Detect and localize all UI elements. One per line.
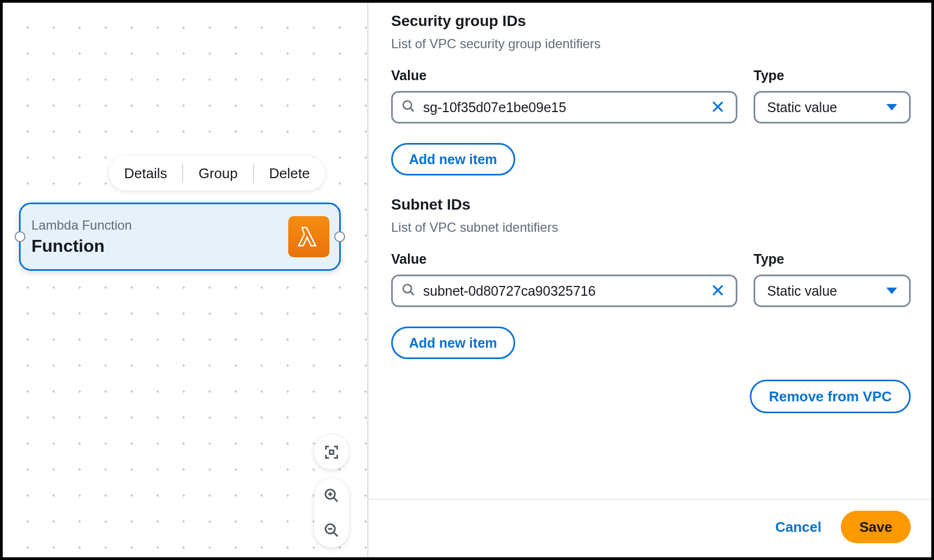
lambda-icon [288,216,329,257]
sg-type-value: Static value [767,100,837,115]
sg-add-item-button[interactable]: Add new item [391,143,515,175]
search-icon [401,283,416,299]
subnet-type-value: Static value [767,283,837,299]
subnet-value-label: Value [391,251,737,267]
footer: Cancel Save [368,499,931,557]
subnet-value-text: subnet-0d80727ca90325716 [423,283,701,299]
node-port-right[interactable] [334,231,345,242]
svg-point-4 [403,284,411,292]
cancel-button[interactable]: Cancel [775,519,821,536]
search-icon [401,99,416,115]
close-icon [711,100,725,115]
node-toolbar: Details Group Delete [109,156,325,191]
node-port-left[interactable] [15,231,25,242]
sg-type-select[interactable]: Static value [754,91,911,123]
group-button[interactable]: Group [196,165,239,182]
subnet-value-input[interactable]: subnet-0d80727ca90325716 [391,275,737,307]
save-button[interactable]: Save [841,511,911,543]
security-group-title: Security group IDs [391,12,911,30]
zoom-out-button[interactable] [314,513,349,548]
subnet-description: List of VPC subnet identifiers [391,220,911,235]
sg-type-label: Type [754,68,911,83]
node-type-label: Lambda Function [31,218,288,233]
subnet-type-label: Type [754,251,911,267]
subnet-section: Subnet IDs List of VPC subnet identifier… [391,196,911,359]
subnet-clear-button[interactable] [709,281,727,301]
toolbar-divider [253,164,254,183]
toolbar-divider [182,164,183,183]
security-group-section: Security group IDs List of VPC security … [391,12,911,175]
zoom-in-button[interactable] [314,478,349,513]
svg-point-3 [403,101,411,109]
chevron-down-icon [886,288,897,294]
sg-clear-button[interactable] [709,97,727,118]
sg-value-text: sg-10f35d07e1be09e15 [423,100,701,115]
details-panel: Security group IDs List of VPC security … [368,3,931,557]
security-group-description: List of VPC security group identifiers [391,36,911,51]
canvas-controls [314,435,349,548]
subnet-type-select[interactable]: Static value [754,275,911,307]
sg-value-input[interactable]: sg-10f35d07e1be09e15 [391,91,737,123]
subnet-title: Subnet IDs [391,196,911,213]
svg-rect-0 [330,451,334,454]
subnet-add-item-button[interactable]: Add new item [391,327,515,359]
canvas-panel[interactable]: Details Group Delete Lambda Function Fun… [3,3,368,557]
fit-to-screen-button[interactable] [314,435,349,470]
remove-from-vpc-button[interactable]: Remove from VPC [750,380,911,413]
delete-button[interactable]: Delete [267,165,312,182]
chevron-down-icon [886,104,897,110]
sg-value-label: Value [391,68,737,83]
zoom-controls [314,478,349,548]
lambda-function-node[interactable]: Lambda Function Function [19,203,341,271]
node-name-label: Function [31,236,288,256]
details-button[interactable]: Details [122,165,169,182]
close-icon [711,283,725,299]
